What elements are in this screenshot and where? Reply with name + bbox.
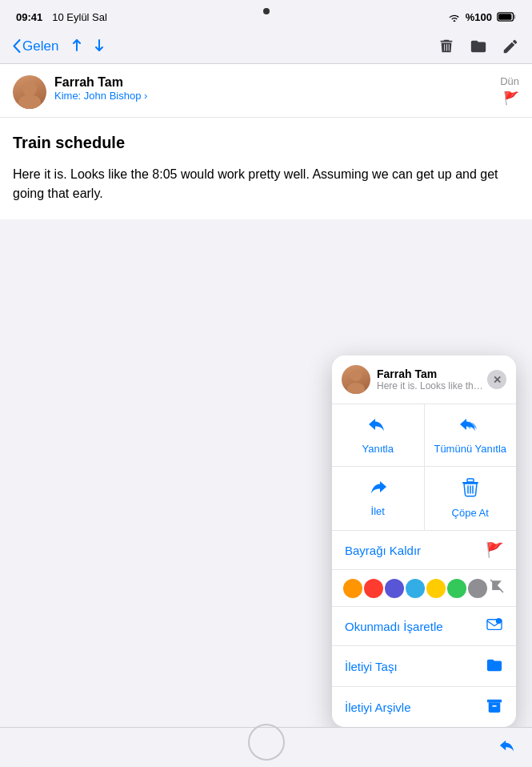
forward-button[interactable]: İlet (332, 467, 424, 530)
svg-point-10 (496, 618, 502, 624)
nav-left: Gelen (13, 38, 105, 54)
trash-action-icon (462, 478, 479, 502)
email-header: Farrah Tam Kime: John Bishop › Dün 🚩 (0, 64, 532, 118)
email-header-right: Dün 🚩 (500, 75, 519, 106)
color-red[interactable] (364, 579, 383, 598)
trash-action-button[interactable]: Çöpe At (425, 467, 517, 530)
forward-label: İlet (371, 505, 385, 517)
color-dots-row (332, 570, 516, 607)
color-purple[interactable] (385, 579, 404, 598)
reply-all-label: Tümünü Yanıtla (434, 443, 506, 455)
compose-icon[interactable] (502, 38, 519, 55)
flag-action-label: Bayrağı Kaldır (345, 544, 421, 557)
email-sender: Farrah Tam (54, 75, 500, 90)
status-time: 09:41 (16, 11, 42, 23)
back-label: Gelen (22, 38, 58, 54)
reply-all-button[interactable]: Tümünü Yanıtla (425, 404, 517, 466)
reply-button[interactable]: Yanıtla (332, 404, 424, 466)
battery-icon (497, 12, 516, 22)
svg-rect-4 (467, 479, 474, 482)
chevron-left-icon (13, 39, 21, 53)
color-cyan[interactable] (406, 579, 425, 598)
action-buttons-grid: Yanıtla Tümünü Yanıtla (332, 404, 516, 531)
nav-arrows (71, 39, 105, 54)
flag-action-item[interactable]: Bayrağı Kaldır 🚩 (332, 531, 516, 570)
close-icon: ✕ (493, 374, 502, 386)
action-sheet-header: Farrah Tam Here it is. Looks like the 8:… (332, 355, 516, 404)
email-container: Farrah Tam Kime: John Bishop › Dün 🚩 Tra… (0, 64, 532, 219)
flag-action-icon: 🚩 (486, 541, 503, 559)
color-gray[interactable] (468, 579, 487, 598)
next-message-icon[interactable] (94, 39, 105, 54)
action-sheet-preview: Here it is. Looks like the 8:05... (377, 380, 487, 392)
mark-unread-icon (486, 617, 503, 635)
close-button[interactable]: ✕ (487, 370, 506, 389)
status-left: 09:41 10 Eylül Sal (16, 11, 107, 23)
action-sheet-sender: Farrah Tam (377, 367, 487, 380)
battery-text: %100 (466, 11, 492, 23)
trash-icon[interactable] (438, 38, 455, 55)
reply-label: Yanıtla (362, 443, 394, 455)
mark-unread-label: Okunmadı İşaretle (345, 620, 443, 633)
color-orange[interactable] (343, 579, 362, 598)
svg-rect-2 (498, 14, 511, 20)
forward-icon (367, 478, 388, 500)
svg-rect-1 (514, 14, 516, 18)
action-sheet-avatar (342, 365, 370, 394)
move-message-label: İletiyi Taşı (345, 660, 398, 673)
color-yellow[interactable] (426, 579, 446, 598)
back-button[interactable]: Gelen (13, 38, 58, 54)
wifi-icon (448, 12, 461, 22)
home-button[interactable] (248, 724, 285, 761)
email-subject: Train schedule (13, 134, 519, 152)
status-bar: 09:41 10 Eylül Sal %100 (0, 0, 532, 29)
email-body-text: Here it is. Looks like the 8:05 would wo… (13, 165, 519, 203)
email-to: Kime: John Bishop › (54, 90, 500, 102)
nav-right (438, 38, 519, 55)
email-header-info: Farrah Tam Kime: John Bishop › (54, 75, 500, 102)
status-right: %100 (448, 11, 516, 23)
folder-icon[interactable] (470, 38, 487, 55)
archive-message-label: İletiyi Arşivle (345, 701, 411, 714)
archive-message-item[interactable]: İletiyi Arşivle (332, 687, 516, 727)
trash-label: Çöpe At (452, 507, 489, 519)
flag-indicator: 🚩 (503, 90, 519, 106)
avatar (13, 75, 46, 109)
reply-bottom-button[interactable] (498, 737, 516, 757)
mark-unread-item[interactable]: Okunmadı İşaretle (332, 607, 516, 646)
action-sheet: Farrah Tam Here it is. Looks like the 8:… (332, 355, 516, 727)
svg-rect-11 (487, 700, 502, 703)
action-sheet-header-text: Farrah Tam Here it is. Looks like the 8:… (377, 367, 487, 392)
archive-message-icon (486, 697, 503, 717)
move-message-item[interactable]: İletiyi Taşı (332, 646, 516, 687)
reply-all-icon (458, 416, 482, 438)
nav-bar: Gelen (0, 29, 532, 64)
prev-message-icon[interactable] (71, 39, 82, 54)
action-list: Bayrağı Kaldır 🚩 (332, 531, 516, 727)
to-chevron: › (144, 90, 147, 102)
flag-remove-icon[interactable] (489, 578, 505, 598)
move-message-icon (486, 657, 503, 676)
to-name[interactable]: John Bishop (84, 90, 142, 102)
email-body: Train schedule Here it is. Looks like th… (0, 118, 532, 219)
status-date: 10 Eylül Sal (52, 11, 107, 23)
color-green[interactable] (447, 579, 466, 598)
reply-icon (367, 416, 388, 438)
to-label: Kime: (54, 90, 81, 102)
camera-dot (263, 8, 270, 14)
email-date: Dün (500, 75, 519, 87)
device-frame: 09:41 10 Eylül Sal %100 Gelen (0, 0, 532, 767)
